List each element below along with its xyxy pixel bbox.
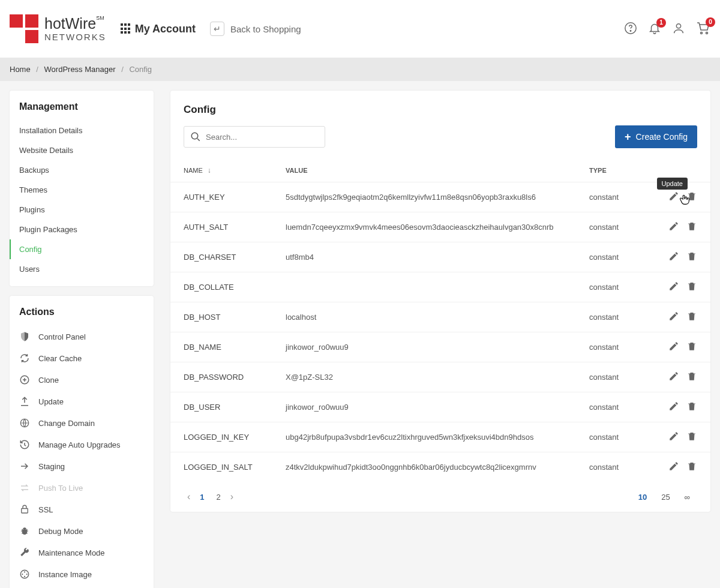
- cell-type: constant: [576, 422, 648, 452]
- col-value[interactable]: VALUE: [272, 159, 576, 182]
- crumb-wp-manager[interactable]: WordPress Manager: [44, 65, 116, 74]
- pager: ‹ 12 › 1025∞: [170, 482, 710, 512]
- col-name[interactable]: NAME↓: [170, 159, 272, 182]
- bell-icon[interactable]: 1: [648, 22, 661, 37]
- edit-icon[interactable]: [668, 341, 679, 352]
- action-debug-mode[interactable]: Debug Mode: [10, 520, 154, 542]
- edit-icon[interactable]: [668, 251, 679, 262]
- delete-icon[interactable]: [686, 191, 697, 202]
- cell-name: DB_COLLATE: [170, 272, 272, 302]
- upload-icon: [19, 396, 30, 407]
- bug-icon: [19, 526, 30, 536]
- my-account-link[interactable]: My Account: [121, 23, 196, 35]
- panel-title: Config: [170, 91, 710, 116]
- pager-size-10[interactable]: 10: [631, 493, 654, 502]
- col-type[interactable]: TYPE: [576, 159, 648, 182]
- cell-type: constant: [576, 392, 648, 422]
- table-row: DB_COLLATEconstant: [170, 272, 710, 302]
- arrow-right-icon: [19, 461, 30, 472]
- edit-icon[interactable]: [668, 191, 679, 202]
- action-label: Control Panel: [38, 332, 86, 341]
- pager-page-1[interactable]: 1: [194, 493, 210, 502]
- crumb-home[interactable]: Home: [10, 65, 31, 74]
- edit-icon[interactable]: [668, 401, 679, 412]
- action-update[interactable]: Update: [10, 391, 154, 412]
- edit-icon[interactable]: [668, 431, 679, 442]
- cell-value: 5sdtdygtwjlps2fk9geqiaotm2q6kemllzyivfw1…: [272, 182, 576, 212]
- sidebar-item-themes[interactable]: Themes: [10, 180, 154, 200]
- delete-icon[interactable]: [686, 311, 697, 322]
- sort-arrow-icon: ↓: [208, 166, 211, 175]
- sidebar-item-installation-details[interactable]: Installation Details: [10, 121, 154, 140]
- cell-name: DB_CHARSET: [170, 242, 272, 272]
- delete-icon[interactable]: [686, 251, 697, 262]
- edit-icon[interactable]: [668, 461, 679, 472]
- sidebar-item-plugin-packages[interactable]: Plugin Packages: [10, 220, 154, 239]
- cell-type: constant: [576, 302, 648, 332]
- pager-size-∞[interactable]: ∞: [677, 493, 697, 502]
- action-ssl[interactable]: SSL: [10, 499, 154, 520]
- back-to-shopping-link[interactable]: ↵ Back to Shopping: [210, 22, 301, 36]
- sidebar-item-backups[interactable]: Backups: [10, 160, 154, 180]
- sidebar-item-config[interactable]: Config: [10, 239, 154, 259]
- action-delete[interactable]: Delete: [10, 585, 154, 588]
- action-clear-cache[interactable]: Clear Cache: [10, 347, 154, 369]
- back-label: Back to Shopping: [230, 24, 301, 34]
- edit-icon[interactable]: [668, 281, 679, 292]
- delete-icon[interactable]: [686, 431, 697, 442]
- logo-icon: [10, 14, 38, 43]
- delete-icon[interactable]: [686, 371, 697, 382]
- action-change-domain[interactable]: Change Domain: [10, 412, 154, 434]
- sidebar-item-plugins[interactable]: Plugins: [10, 200, 154, 220]
- cell-name: DB_HOST: [170, 302, 272, 332]
- cell-type: constant: [576, 212, 648, 242]
- cell-value: [272, 272, 576, 302]
- config-table: NAME↓ VALUE TYPE AUTH_KEY5sdtdygtwjlps2f…: [170, 159, 710, 482]
- delete-icon[interactable]: [686, 281, 697, 292]
- action-control-panel[interactable]: Control Panel: [10, 326, 154, 347]
- breadcrumb: Home / WordPress Manager / Config: [0, 58, 720, 81]
- cell-type: constant: [576, 452, 648, 482]
- action-staging[interactable]: Staging: [10, 455, 154, 477]
- help-icon[interactable]: [624, 22, 637, 37]
- pager-page-2[interactable]: 2: [211, 493, 227, 502]
- edit-icon[interactable]: [668, 311, 679, 322]
- sidebar-item-website-details[interactable]: Website Details: [10, 140, 154, 160]
- search-input[interactable]: [206, 133, 319, 142]
- action-label: Clear Cache: [38, 354, 82, 363]
- globe-icon: [19, 418, 30, 428]
- pager-prev[interactable]: ‹: [184, 491, 194, 502]
- table-row: DB_USERjinkowor_ro0wuu9constant: [170, 392, 710, 422]
- action-instance-image[interactable]: Instance Image: [10, 563, 154, 585]
- sidebar-item-users[interactable]: Users: [10, 259, 154, 279]
- svg-point-2: [676, 23, 680, 28]
- crumb-current: Config: [129, 65, 152, 74]
- edit-icon[interactable]: [668, 371, 679, 382]
- delete-icon[interactable]: [686, 401, 697, 412]
- pager-next[interactable]: ›: [227, 491, 237, 502]
- cart-badge: 0: [706, 17, 715, 27]
- action-label: Update: [38, 397, 64, 406]
- action-maintenance-mode[interactable]: Maintenance Mode: [10, 542, 154, 563]
- brand-sm: SM: [96, 15, 104, 21]
- shield-icon: [19, 331, 30, 342]
- brand-logo[interactable]: hotWireSM NETWORKS: [10, 14, 106, 43]
- delete-icon[interactable]: [686, 341, 697, 352]
- action-clone[interactable]: Clone: [10, 369, 154, 391]
- search-box[interactable]: [184, 126, 325, 148]
- edit-icon[interactable]: [668, 221, 679, 232]
- user-icon[interactable]: [672, 22, 685, 37]
- cell-type: constant: [576, 332, 648, 362]
- svg-point-5: [191, 133, 198, 139]
- action-manage-auto-upgrades[interactable]: Manage Auto Upgrades: [10, 434, 154, 455]
- pager-size-25[interactable]: 25: [654, 493, 677, 502]
- delete-icon[interactable]: [686, 221, 697, 232]
- table-row: DB_HOSTlocalhostconstant: [170, 302, 710, 332]
- apps-icon: [121, 23, 131, 34]
- create-config-button[interactable]: + Create Config: [615, 125, 697, 148]
- cell-name: LOGGED_IN_KEY: [170, 422, 272, 452]
- delete-icon[interactable]: [686, 461, 697, 472]
- cart-icon[interactable]: 0: [696, 21, 710, 37]
- brand-sub: NETWORKS: [44, 32, 106, 43]
- management-card: Management Installation DetailsWebsite D…: [10, 91, 154, 286]
